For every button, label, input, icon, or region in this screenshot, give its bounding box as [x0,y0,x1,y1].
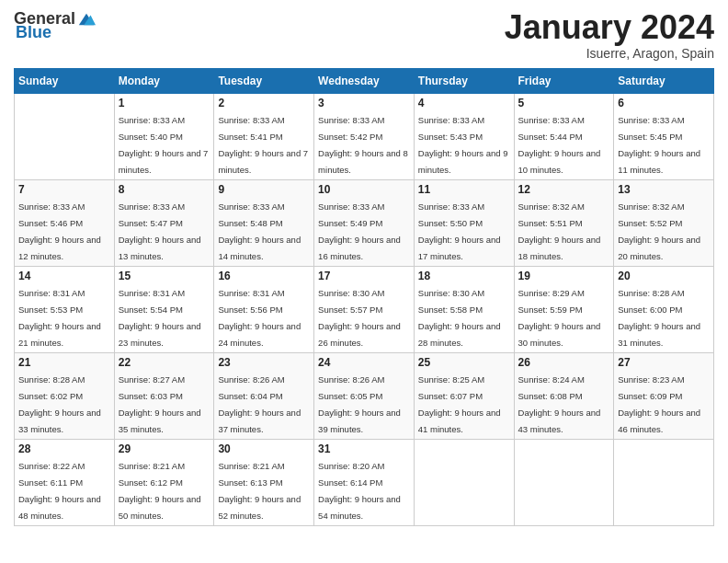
day-cell-2-4: 18 Sunrise: 8:30 AMSunset: 5:58 PMDaylig… [414,266,514,352]
day-info: Sunrise: 8:33 AMSunset: 5:41 PMDaylight:… [218,115,308,175]
day-number: 29 [119,442,210,455]
day-info: Sunrise: 8:33 AMSunset: 5:46 PMDaylight:… [18,201,101,261]
day-info: Sunrise: 8:29 AMSunset: 5:59 PMDaylight:… [518,288,601,348]
day-number: 17 [318,270,410,282]
day-info: Sunrise: 8:33 AMSunset: 5:49 PMDaylight:… [318,201,401,261]
day-info: Sunrise: 8:21 AMSunset: 6:13 PMDaylight:… [218,461,301,521]
day-info: Sunrise: 8:33 AMSunset: 5:50 PMDaylight:… [418,201,501,261]
day-number: 31 [318,442,410,455]
day-number: 26 [518,356,610,369]
month-title: January 2024 [505,9,714,46]
day-cell-0-0 [15,93,115,179]
day-cell-2-3: 17 Sunrise: 8:30 AMSunset: 5:57 PMDaylig… [314,266,415,352]
day-cell-1-0: 7 Sunrise: 8:33 AMSunset: 5:46 PMDayligh… [15,179,115,266]
day-number: 10 [318,183,410,196]
title-area: January 2024 Isuerre, Aragon, Spain [505,9,714,61]
day-number: 7 [18,183,110,196]
day-info: Sunrise: 8:32 AMSunset: 5:52 PMDaylight:… [618,201,700,261]
day-info: Sunrise: 8:26 AMSunset: 6:04 PMDaylight:… [218,374,301,434]
col-saturday: Saturday [614,68,714,93]
day-number: 23 [218,356,310,369]
day-number: 13 [618,183,710,196]
day-info: Sunrise: 8:28 AMSunset: 6:02 PMDaylight:… [18,374,101,434]
day-info: Sunrise: 8:33 AMSunset: 5:45 PMDaylight:… [618,115,700,175]
day-info: Sunrise: 8:33 AMSunset: 5:40 PMDaylight:… [119,115,209,175]
day-info: Sunrise: 8:31 AMSunset: 5:56 PMDaylight:… [218,288,301,348]
day-cell-0-3: 3 Sunrise: 8:33 AMSunset: 5:42 PMDayligh… [314,93,415,179]
day-cell-2-1: 15 Sunrise: 8:31 AMSunset: 5:54 PMDaylig… [114,266,214,352]
day-cell-1-3: 10 Sunrise: 8:33 AMSunset: 5:49 PMDaylig… [314,179,415,266]
day-number: 27 [618,356,710,369]
day-info: Sunrise: 8:22 AMSunset: 6:11 PMDaylight:… [18,461,101,521]
logo-icon [77,10,96,29]
day-cell-2-0: 14 Sunrise: 8:31 AMSunset: 5:53 PMDaylig… [15,266,115,352]
day-cell-3-6: 27 Sunrise: 8:23 AMSunset: 6:09 PMDaylig… [614,352,714,439]
day-cell-3-0: 21 Sunrise: 8:28 AMSunset: 6:02 PMDaylig… [15,352,115,439]
day-info: Sunrise: 8:32 AMSunset: 5:51 PMDaylight:… [518,201,601,261]
day-number: 24 [318,356,410,369]
day-number: 16 [218,270,310,282]
day-cell-4-4 [414,439,514,525]
week-row-0: 1 Sunrise: 8:33 AMSunset: 5:40 PMDayligh… [15,93,714,179]
day-info: Sunrise: 8:33 AMSunset: 5:42 PMDaylight:… [318,115,408,175]
day-number: 15 [119,270,210,282]
calendar-table: Sunday Monday Tuesday Wednesday Thursday… [14,68,714,526]
day-cell-4-5 [514,439,614,525]
day-cell-4-2: 30 Sunrise: 8:21 AMSunset: 6:13 PMDaylig… [214,439,314,525]
day-cell-1-1: 8 Sunrise: 8:33 AMSunset: 5:47 PMDayligh… [114,179,214,266]
page: General Blue January 2024 Isuerre, Arago… [0,0,728,563]
day-number: 3 [318,97,410,109]
day-info: Sunrise: 8:24 AMSunset: 6:08 PMDaylight:… [518,374,601,434]
day-info: Sunrise: 8:31 AMSunset: 5:53 PMDaylight:… [18,288,101,348]
col-friday: Friday [514,68,614,93]
day-info: Sunrise: 8:33 AMSunset: 5:44 PMDaylight:… [518,115,601,175]
day-info: Sunrise: 8:28 AMSunset: 6:00 PMDaylight:… [618,288,700,348]
col-thursday: Thursday [414,68,514,93]
day-number: 28 [18,442,110,455]
day-cell-3-3: 24 Sunrise: 8:26 AMSunset: 6:05 PMDaylig… [314,352,415,439]
day-cell-4-6 [614,439,714,525]
day-number: 30 [218,442,310,455]
week-row-2: 14 Sunrise: 8:31 AMSunset: 5:53 PMDaylig… [15,266,714,352]
col-tuesday: Tuesday [214,68,314,93]
day-cell-0-1: 1 Sunrise: 8:33 AMSunset: 5:40 PMDayligh… [114,93,214,179]
day-cell-1-4: 11 Sunrise: 8:33 AMSunset: 5:50 PMDaylig… [414,179,514,266]
day-info: Sunrise: 8:30 AMSunset: 5:58 PMDaylight:… [418,288,501,348]
day-cell-3-2: 23 Sunrise: 8:26 AMSunset: 6:04 PMDaylig… [214,352,314,439]
col-wednesday: Wednesday [314,68,415,93]
day-cell-2-5: 19 Sunrise: 8:29 AMSunset: 5:59 PMDaylig… [514,266,614,352]
day-info: Sunrise: 8:26 AMSunset: 6:05 PMDaylight:… [318,374,401,434]
week-row-4: 28 Sunrise: 8:22 AMSunset: 6:11 PMDaylig… [15,439,714,525]
day-number: 11 [418,183,510,196]
location-subtitle: Isuerre, Aragon, Spain [505,46,714,61]
day-info: Sunrise: 8:27 AMSunset: 6:03 PMDaylight:… [119,374,201,434]
col-sunday: Sunday [15,68,115,93]
day-info: Sunrise: 8:33 AMSunset: 5:43 PMDaylight:… [418,115,508,175]
day-info: Sunrise: 8:31 AMSunset: 5:54 PMDaylight:… [119,288,201,348]
day-info: Sunrise: 8:33 AMSunset: 5:47 PMDaylight:… [119,201,201,261]
day-number: 2 [218,97,310,109]
day-cell-3-5: 26 Sunrise: 8:24 AMSunset: 6:08 PMDaylig… [514,352,614,439]
day-number: 9 [218,183,310,196]
day-number: 22 [119,356,210,369]
day-cell-0-4: 4 Sunrise: 8:33 AMSunset: 5:43 PMDayligh… [414,93,514,179]
day-number: 19 [518,270,610,282]
day-number: 4 [418,97,510,109]
week-row-3: 21 Sunrise: 8:28 AMSunset: 6:02 PMDaylig… [15,352,714,439]
day-cell-1-6: 13 Sunrise: 8:32 AMSunset: 5:52 PMDaylig… [614,179,714,266]
day-cell-1-5: 12 Sunrise: 8:32 AMSunset: 5:51 PMDaylig… [514,179,614,266]
header: General Blue January 2024 Isuerre, Arago… [14,9,714,61]
day-info: Sunrise: 8:21 AMSunset: 6:12 PMDaylight:… [119,461,201,521]
day-number: 21 [18,356,110,369]
day-number: 20 [618,270,710,282]
day-number: 8 [119,183,210,196]
day-cell-0-6: 6 Sunrise: 8:33 AMSunset: 5:45 PMDayligh… [614,93,714,179]
col-monday: Monday [114,68,214,93]
day-number: 25 [418,356,510,369]
header-row: Sunday Monday Tuesday Wednesday Thursday… [15,68,714,93]
day-cell-0-2: 2 Sunrise: 8:33 AMSunset: 5:41 PMDayligh… [214,93,314,179]
day-cell-4-3: 31 Sunrise: 8:20 AMSunset: 6:14 PMDaylig… [314,439,415,525]
day-number: 18 [418,270,510,282]
day-info: Sunrise: 8:23 AMSunset: 6:09 PMDaylight:… [618,374,700,434]
day-info: Sunrise: 8:30 AMSunset: 5:57 PMDaylight:… [318,288,401,348]
